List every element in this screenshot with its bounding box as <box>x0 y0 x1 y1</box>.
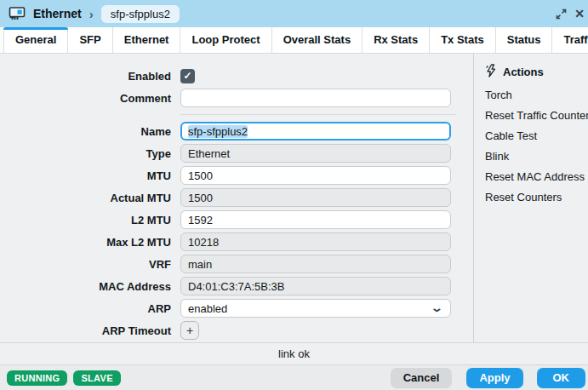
main-area: Enabled ✓ Comment Name sfp-sfpplus2 <box>0 54 588 342</box>
action-torch[interactable]: Torch <box>485 85 588 106</box>
lightning-icon <box>485 64 497 80</box>
link-status-text: link ok <box>0 342 588 364</box>
name-label: Name <box>0 125 180 138</box>
tab-general[interactable]: General <box>3 27 68 53</box>
vrf-value-field: main <box>180 255 451 273</box>
status-badge-slave: SLAVE <box>73 370 120 386</box>
type-label: Type <box>0 147 180 160</box>
form-row-name: Name sfp-sfpplus2 <box>0 120 473 142</box>
form-row-l2-mtu: L2 MTU 1592 <box>0 209 473 231</box>
plus-icon: + <box>186 324 193 337</box>
arp-select[interactable]: enabled ⌄ <box>180 299 451 318</box>
mtu-input[interactable]: 1500 <box>180 166 451 185</box>
mac-address-value-field: D4:01:C3:7A:5B:3B <box>180 277 451 295</box>
action-cable-test[interactable]: Cable Test <box>485 126 588 146</box>
section-divider <box>180 114 456 115</box>
general-form: Enabled ✓ Comment Name sfp-sfpplus2 <box>0 54 473 342</box>
footer-bar: RUNNING SLAVE Cancel Apply OK <box>0 364 588 390</box>
arp-label: ARP <box>0 302 180 315</box>
form-row-mac-address: MAC Address D4:01:C3:7A:5B:3B <box>0 275 473 297</box>
form-row-enabled: Enabled ✓ <box>0 65 473 87</box>
enabled-label: Enabled <box>0 70 180 83</box>
cancel-button[interactable]: Cancel <box>391 368 453 388</box>
action-blink[interactable]: Blink <box>485 146 588 167</box>
form-row-arp-timeout: ARP Timeout + <box>0 319 473 341</box>
tab-tx-stats[interactable]: Tx Stats <box>430 27 496 53</box>
actions-header: Actions <box>485 61 588 82</box>
action-reset-traffic-counters[interactable]: Reset Traffic Counters <box>485 106 588 126</box>
name-input[interactable]: sfp-sfpplus2 <box>180 122 451 141</box>
actual-mtu-value-field: 1500 <box>180 188 451 207</box>
ethernet-interface-window: Ethernet › sfp-sfpplus2 ✕ General SFP Et… <box>0 0 588 390</box>
apply-button[interactable]: Apply <box>466 368 522 388</box>
action-reset-counters[interactable]: Reset Counters <box>485 187 588 208</box>
tab-bar: General SFP Ethernet Loop Protect Overal… <box>0 27 588 54</box>
window-title: Ethernet <box>33 7 82 20</box>
form-row-vrf: VRF main <box>0 253 473 275</box>
tab-status[interactable]: Status <box>496 27 553 53</box>
max-l2-mtu-label: Max L2 MTU <box>0 236 180 249</box>
form-row-max-l2-mtu: Max L2 MTU 10218 <box>0 231 473 253</box>
comment-label: Comment <box>0 92 180 105</box>
name-input-selected-text: sfp-sfpplus2 <box>188 125 248 138</box>
check-icon: ✓ <box>183 70 191 82</box>
form-row-comment: Comment <box>0 87 473 109</box>
actions-title: Actions <box>503 66 544 78</box>
titlebar: Ethernet › sfp-sfpplus2 ✕ <box>0 0 588 27</box>
l2-mtu-label: L2 MTU <box>0 214 180 227</box>
arp-timeout-label: ARP Timeout <box>0 324 180 337</box>
status-badge-running: RUNNING <box>7 370 67 386</box>
tab-rx-stats[interactable]: Rx Stats <box>363 27 430 53</box>
form-row-arp: ARP enabled ⌄ <box>0 297 473 319</box>
arp-selected-value: enabled <box>188 302 227 315</box>
comment-input[interactable] <box>180 89 451 107</box>
form-row-actual-mtu: Actual MTU 1500 <box>0 186 473 209</box>
form-row-type: Type Ethernet <box>0 142 473 164</box>
breadcrumb-item[interactable]: sfp-sfpplus2 <box>101 5 180 23</box>
mac-address-label: MAC Address <box>0 280 180 293</box>
arp-timeout-add-button[interactable]: + <box>180 321 199 340</box>
action-reset-mac-address[interactable]: Reset MAC Address <box>485 167 588 187</box>
type-value-field: Ethernet <box>180 144 451 163</box>
ok-button[interactable]: OK <box>537 368 586 388</box>
tab-loop-protect[interactable]: Loop Protect <box>180 27 271 53</box>
actual-mtu-label: Actual MTU <box>0 192 180 204</box>
ethernet-card-icon <box>9 6 26 21</box>
actions-panel: Actions Torch Reset Traffic Counters Cab… <box>473 54 588 342</box>
tab-overall-stats[interactable]: Overall Stats <box>272 27 363 53</box>
chevron-down-icon: ⌄ <box>431 304 443 313</box>
max-l2-mtu-value-field: 10218 <box>180 232 451 251</box>
mtu-label: MTU <box>0 169 180 182</box>
close-icon[interactable]: ✕ <box>574 7 585 20</box>
expand-icon[interactable] <box>555 8 568 20</box>
tab-sfp[interactable]: SFP <box>68 27 112 53</box>
form-row-mtu: MTU 1500 <box>0 164 473 186</box>
tab-traffic[interactable]: Traffic <box>552 27 588 53</box>
vrf-label: VRF <box>0 258 180 271</box>
enabled-checkbox[interactable]: ✓ <box>180 69 195 83</box>
l2-mtu-input[interactable]: 1592 <box>180 210 451 229</box>
breadcrumb-separator-icon: › <box>89 7 94 21</box>
tab-ethernet[interactable]: Ethernet <box>113 27 181 53</box>
